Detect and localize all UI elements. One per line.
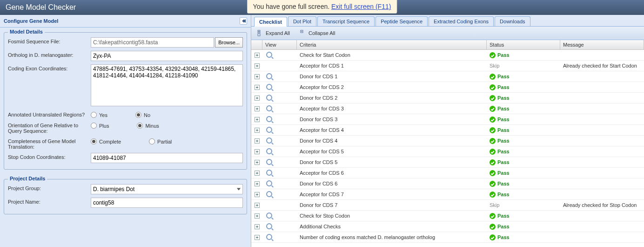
col-criteria-header[interactable]: Criteria xyxy=(297,40,487,49)
magnifier-icon[interactable] xyxy=(266,105,273,112)
expand-row-icon[interactable] xyxy=(255,171,260,176)
expand-all-button[interactable]: Expand All xyxy=(254,28,293,38)
project-group-select[interactable] xyxy=(91,184,243,194)
status-cell: Pass xyxy=(487,191,560,199)
expand-row-icon[interactable] xyxy=(255,181,260,186)
browse-button[interactable]: Browse... xyxy=(215,37,243,48)
status-cell: Pass xyxy=(487,51,560,59)
completeness-label: Completeness of Gene Model Translation: xyxy=(8,137,91,150)
check-icon xyxy=(490,213,496,219)
expand-row-icon[interactable] xyxy=(255,63,260,69)
orientation-plus-radio[interactable]: Plus xyxy=(91,123,109,129)
check-icon xyxy=(490,84,496,90)
magnifier-icon[interactable] xyxy=(266,148,273,155)
exit-fullscreen-link[interactable]: Exit full screen (F11) xyxy=(331,3,391,10)
expand-row-icon[interactable] xyxy=(255,128,260,133)
expand-row-icon[interactable] xyxy=(255,85,260,90)
exon-coordinates-input[interactable]: 47885-47691, 43753-43354, 43292-43048, 4… xyxy=(91,64,243,106)
criteria-cell: Acceptor for CDS 3 xyxy=(297,105,487,112)
grid-body[interactable]: Check for Start CodonPassAcceptor for CD… xyxy=(251,50,644,247)
expand-row-icon[interactable] xyxy=(255,106,260,111)
criteria-cell: Donor for CDS 4 xyxy=(297,137,487,144)
magnifier-icon[interactable] xyxy=(266,170,273,177)
radio-icon xyxy=(135,112,141,118)
col-message-header[interactable]: Message xyxy=(560,40,644,49)
col-status-header[interactable]: Status xyxy=(487,40,560,49)
collapse-panel-button[interactable] xyxy=(240,17,247,25)
magnifier-icon[interactable] xyxy=(266,213,273,220)
magnifier-icon[interactable] xyxy=(266,159,273,166)
stop-codon-input[interactable] xyxy=(91,153,243,163)
radio-icon xyxy=(91,138,97,144)
tab-extracted-coding-exons[interactable]: Extracted Coding Exons xyxy=(429,16,494,26)
utr-yes-radio[interactable]: Yes xyxy=(91,112,107,118)
magnifier-icon[interactable] xyxy=(266,191,273,198)
expand-row-icon[interactable] xyxy=(255,160,260,165)
expand-row-icon[interactable] xyxy=(255,235,260,240)
message-cell xyxy=(560,75,644,77)
completeness-partial-radio[interactable]: Partial xyxy=(149,138,172,144)
orientation-minus-radio[interactable]: Minus xyxy=(137,123,159,129)
tab-peptide-sequence[interactable]: Peptide Sequence xyxy=(376,16,428,26)
status-cell: Pass xyxy=(487,180,560,188)
check-icon xyxy=(490,106,496,112)
tab-checklist[interactable]: Checklist xyxy=(254,17,287,27)
table-row: Acceptor for CDS 2Pass xyxy=(251,82,644,93)
status-cell: Pass xyxy=(487,116,560,124)
table-row: Donor for CDS 4Pass xyxy=(251,136,644,146)
stop-codon-label: Stop Codon Coordinates: xyxy=(8,153,91,160)
expand-row-icon[interactable] xyxy=(255,149,260,154)
status-cell: Pass xyxy=(487,137,560,145)
criteria-cell: Number of coding exons matched D. melano… xyxy=(297,233,487,241)
expand-row-icon[interactable] xyxy=(255,117,260,122)
expand-row-icon[interactable] xyxy=(255,224,260,229)
criteria-cell: Donor for CDS 2 xyxy=(297,94,487,102)
check-icon xyxy=(490,224,496,230)
expand-row-icon[interactable] xyxy=(255,203,260,208)
collapse-all-button[interactable]: Collapse All xyxy=(297,28,338,38)
expand-row-icon[interactable] xyxy=(255,53,260,58)
ortholog-input[interactable] xyxy=(91,51,243,61)
magnifier-icon[interactable] xyxy=(266,137,273,144)
expand-row-icon[interactable] xyxy=(255,192,260,197)
check-icon xyxy=(490,170,496,176)
magnifier-icon[interactable] xyxy=(266,52,273,59)
expand-row-icon[interactable] xyxy=(255,213,260,219)
project-name-input[interactable] xyxy=(91,198,243,208)
check-icon xyxy=(490,138,496,144)
fullscreen-text: You have gone full screen. xyxy=(253,3,331,10)
completeness-complete-radio[interactable]: Complete xyxy=(91,138,121,144)
table-row: Donor for CDS 1Pass xyxy=(251,71,644,82)
expand-row-icon[interactable] xyxy=(255,138,260,144)
fosmid-file-input[interactable] xyxy=(91,37,214,48)
tab-transcript-sequence[interactable]: Transcript Sequence xyxy=(317,16,375,26)
utr-label: Annotated Untranslated Regions? xyxy=(8,110,91,117)
message-cell xyxy=(560,54,644,56)
magnifier-icon[interactable] xyxy=(266,180,273,187)
magnifier-icon[interactable] xyxy=(266,73,273,80)
check-icon xyxy=(490,127,496,133)
check-icon xyxy=(490,95,496,101)
message-cell xyxy=(560,161,644,163)
table-row: Acceptor for CDS 4Pass xyxy=(251,125,644,136)
status-cell: Pass xyxy=(487,158,560,166)
utr-no-radio[interactable]: No xyxy=(135,112,150,118)
tab-dot-plot[interactable]: Dot Plot xyxy=(288,16,316,26)
criteria-cell: Check for Stop Codon xyxy=(297,212,487,220)
check-icon xyxy=(490,234,496,240)
status-cell: Skip xyxy=(487,62,560,69)
expand-row-icon[interactable] xyxy=(255,96,260,101)
criteria-cell: Acceptor for CDS 4 xyxy=(297,126,487,134)
magnifier-icon[interactable] xyxy=(266,84,273,91)
criteria-cell: Additional Checks xyxy=(297,223,487,230)
magnifier-icon[interactable] xyxy=(266,95,273,102)
expand-row-icon[interactable] xyxy=(255,74,260,79)
checklist-toolbar: Expand All Collapse All xyxy=(251,27,644,40)
magnifier-icon[interactable] xyxy=(266,223,273,230)
col-view-header[interactable]: View xyxy=(262,40,297,49)
magnifier-icon[interactable] xyxy=(266,116,273,123)
magnifier-icon[interactable] xyxy=(266,127,273,134)
magnifier-icon[interactable] xyxy=(266,234,273,241)
criteria-cell: Donor for CDS 7 xyxy=(297,201,487,209)
tab-downloads[interactable]: Downloads xyxy=(495,16,530,26)
